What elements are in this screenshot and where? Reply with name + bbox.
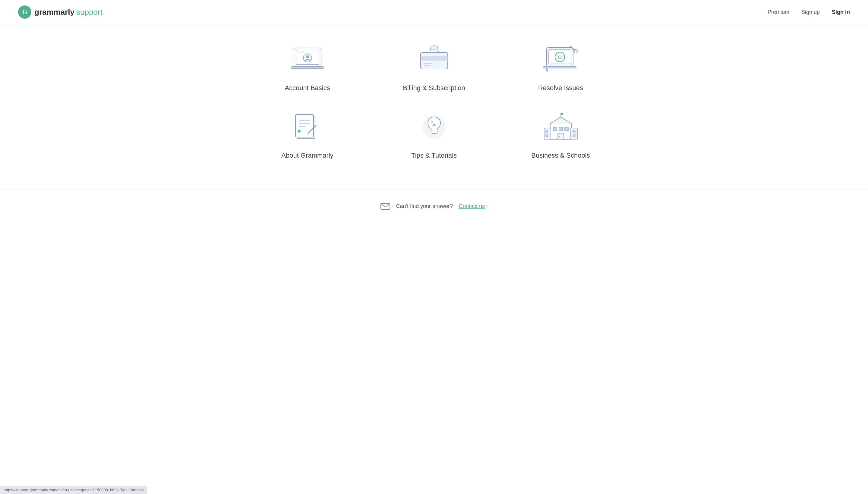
main-content: Account Basics Billing & bbox=[238, 24, 630, 190]
category-card-resolve[interactable]: G Resolve Issues bbox=[504, 42, 618, 92]
svg-text:G: G bbox=[558, 55, 562, 60]
categories-grid: Account Basics Billing & bbox=[250, 42, 618, 159]
category-card-about[interactable]: About Grammarly bbox=[250, 110, 365, 159]
about-label: About Grammarly bbox=[281, 152, 333, 159]
billing-label: Billing & Subscription bbox=[403, 84, 465, 92]
svg-rect-52 bbox=[573, 134, 575, 136]
mail-icon bbox=[380, 202, 390, 210]
svg-rect-25 bbox=[296, 115, 314, 137]
account-basics-label: Account Basics bbox=[285, 84, 330, 92]
svg-rect-21 bbox=[544, 66, 576, 68]
svg-rect-10 bbox=[291, 66, 324, 69]
svg-point-46 bbox=[559, 136, 560, 137]
category-card-account-basics[interactable]: Account Basics bbox=[250, 42, 365, 92]
resolve-label: Resolve Issues bbox=[538, 84, 583, 92]
svg-rect-43 bbox=[559, 127, 563, 131]
logo-area: G grammarly support bbox=[18, 5, 102, 19]
logo-text: grammarly support bbox=[34, 7, 102, 17]
business-label: Business & Schools bbox=[531, 152, 590, 159]
svg-point-23 bbox=[574, 50, 577, 53]
signup-link[interactable]: Sign up bbox=[801, 9, 820, 15]
svg-marker-54 bbox=[561, 113, 564, 115]
svg-rect-44 bbox=[565, 127, 568, 131]
resolve-issues-icon: G bbox=[540, 42, 582, 76]
svg-line-37 bbox=[442, 116, 443, 117]
category-card-tips[interactable]: Tips & Tutorials bbox=[377, 110, 491, 159]
svg-point-29 bbox=[298, 130, 301, 133]
svg-point-7 bbox=[303, 51, 304, 53]
chevron-right-icon: › bbox=[486, 204, 488, 209]
footer: Can't find your answer? Contact us › bbox=[0, 190, 868, 223]
business-schools-icon bbox=[540, 110, 582, 143]
svg-line-36 bbox=[426, 116, 427, 117]
category-card-business[interactable]: Business & Schools bbox=[504, 110, 618, 159]
footer-cant-find-text: Can't find your answer? bbox=[396, 203, 453, 209]
tips-tutorials-icon bbox=[413, 110, 455, 143]
svg-rect-42 bbox=[553, 127, 557, 131]
svg-rect-11 bbox=[420, 53, 448, 69]
svg-rect-13 bbox=[423, 63, 433, 64]
svg-point-5 bbox=[298, 51, 299, 53]
nav-links: Premium Sign up Sign in bbox=[768, 9, 850, 15]
header: G grammarly support Premium Sign up Sign… bbox=[0, 0, 868, 24]
logo-grammarly-text: grammarly bbox=[34, 7, 74, 17]
svg-rect-47 bbox=[544, 128, 551, 139]
svg-rect-14 bbox=[423, 65, 430, 66]
grammarly-logo-icon: G bbox=[18, 5, 31, 19]
svg-point-9 bbox=[306, 55, 309, 58]
svg-point-6 bbox=[300, 51, 302, 53]
svg-rect-48 bbox=[546, 131, 548, 133]
premium-link[interactable]: Premium bbox=[768, 9, 789, 15]
svg-rect-51 bbox=[573, 131, 575, 133]
billing-icon bbox=[413, 42, 455, 76]
tips-label: Tips & Tutorials bbox=[411, 152, 457, 159]
svg-rect-12 bbox=[420, 56, 448, 61]
contact-us-link[interactable]: Contact us › bbox=[459, 203, 488, 209]
svg-rect-50 bbox=[571, 128, 577, 139]
svg-point-40 bbox=[431, 121, 433, 123]
logo-support-text: support bbox=[76, 7, 102, 17]
about-grammarly-icon bbox=[286, 110, 328, 143]
category-card-billing[interactable]: Billing & Subscription bbox=[377, 42, 491, 92]
svg-rect-49 bbox=[546, 134, 548, 136]
signin-link[interactable]: Sign in bbox=[832, 9, 850, 15]
contact-us-text: Contact us bbox=[459, 203, 485, 209]
svg-text:G: G bbox=[22, 8, 27, 16]
account-basics-icon bbox=[286, 42, 328, 76]
